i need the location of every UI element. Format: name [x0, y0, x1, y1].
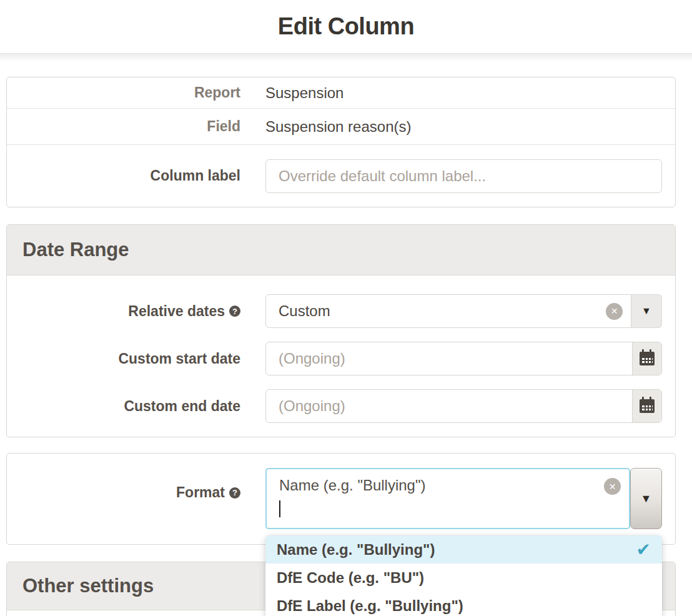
format-option-label: Name (e.g. "Bullying") — [277, 541, 435, 559]
column-label-label: Column label — [7, 167, 240, 184]
chevron-down-icon: ▼ — [641, 306, 651, 316]
relative-dates-select[interactable]: Custom ✕ ▼ — [265, 294, 662, 328]
format-option-label: DfE Code (e.g. "BU") — [277, 569, 424, 587]
help-icon[interactable]: ? — [229, 306, 240, 317]
format-dropdown-menu: Name (e.g. "Bullying") ✔ DfE Code (e.g. … — [265, 535, 662, 616]
relative-dates-row: Relative dates ? Custom ✕ ▼ — [7, 294, 675, 328]
header-shadow-divider — [0, 54, 692, 62]
relative-dates-dropdown-toggle[interactable]: ▼ — [631, 294, 662, 328]
format-option-name[interactable]: Name (e.g. "Bullying") ✔ — [265, 535, 662, 564]
custom-end-date-calendar-button[interactable] — [632, 390, 661, 422]
date-range-heading: Date Range — [7, 225, 675, 276]
clear-icon[interactable]: ✕ — [606, 303, 623, 320]
relative-dates-label: Relative dates ? — [7, 303, 240, 320]
custom-end-date-label: Custom end date — [7, 398, 240, 415]
check-icon: ✔ — [636, 541, 651, 559]
custom-start-date-calendar-button[interactable] — [632, 342, 661, 375]
report-label: Report — [7, 84, 240, 101]
format-option-label: DfE Label (e.g. "Bullying") — [277, 597, 463, 615]
field-value: Suspension reason(s) — [265, 118, 411, 136]
help-icon[interactable]: ? — [229, 487, 240, 499]
format-option-dfe-code[interactable]: DfE Code (e.g. "BU") — [265, 564, 662, 592]
page-header: Edit Column — [0, 0, 692, 54]
custom-end-date-group — [265, 389, 662, 423]
text-cursor — [279, 500, 280, 517]
relative-dates-value: Custom — [279, 302, 330, 320]
format-label-text: Format — [176, 484, 225, 501]
clear-icon[interactable]: ✕ — [604, 478, 621, 495]
date-range-panel: Date Range Relative dates ? Custom ✕ ▼ — [6, 224, 676, 437]
edit-column-form: Report Suspension Field Suspension reaso… — [6, 77, 676, 616]
date-range-body: Relative dates ? Custom ✕ ▼ Custom start… — [7, 276, 675, 437]
relative-dates-select-field[interactable]: Custom ✕ — [265, 294, 631, 328]
calendar-icon — [640, 399, 655, 413]
format-selected-value: Name (e.g. "Bullying") — [279, 475, 594, 495]
format-label: Format ? — [7, 484, 240, 501]
custom-end-date-input[interactable] — [265, 389, 662, 423]
custom-end-date-row: Custom end date — [7, 389, 675, 423]
format-combobox: Name (e.g. "Bullying") ✕ ▼ — [265, 468, 662, 529]
custom-start-date-group — [265, 342, 662, 375]
info-panel: Report Suspension Field Suspension reaso… — [6, 77, 676, 207]
page-title: Edit Column — [278, 13, 414, 40]
field-label: Field — [7, 118, 240, 135]
format-body: Format ? Name (e.g. "Bullying") ✕ ▼ — [7, 454, 675, 544]
report-row: Report Suspension — [7, 77, 675, 109]
format-panel: Format ? Name (e.g. "Bullying") ✕ ▼ — [6, 453, 676, 545]
relative-dates-label-text: Relative dates — [128, 303, 225, 320]
column-label-row: Column label — [7, 145, 675, 207]
format-combobox-field[interactable]: Name (e.g. "Bullying") ✕ — [265, 468, 630, 529]
format-option-dfe-label[interactable]: DfE Label (e.g. "Bullying") — [265, 592, 662, 616]
custom-start-date-row: Custom start date — [7, 342, 675, 375]
report-value: Suspension — [265, 84, 344, 102]
calendar-icon — [640, 352, 655, 365]
format-combobox-wrap: Name (e.g. "Bullying") ✕ ▼ Name (e.g. "B… — [265, 468, 662, 529]
format-row: Format ? Name (e.g. "Bullying") ✕ ▼ — [7, 468, 675, 529]
format-dropdown-toggle[interactable]: ▼ — [630, 468, 662, 529]
custom-start-date-input[interactable] — [265, 342, 662, 375]
column-label-input[interactable] — [265, 159, 662, 193]
custom-start-date-label: Custom start date — [7, 350, 240, 367]
chevron-down-icon: ▼ — [641, 493, 652, 504]
field-row: Field Suspension reason(s) — [7, 109, 675, 145]
